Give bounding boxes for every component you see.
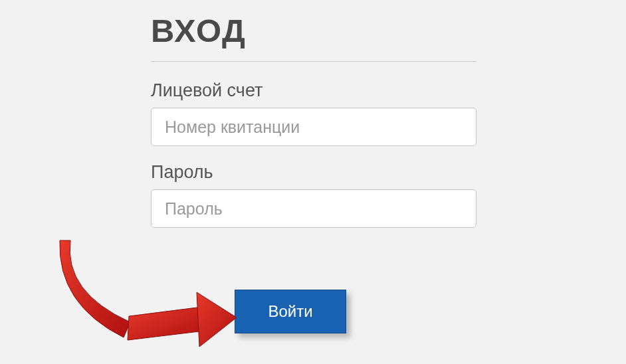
account-field-group: Лицевой счет	[151, 80, 476, 146]
password-field-group: Пароль	[151, 162, 476, 228]
account-input[interactable]	[151, 108, 476, 146]
login-form: ВХОД Лицевой счет Пароль	[151, 12, 476, 244]
password-input[interactable]	[151, 189, 476, 228]
password-label: Пароль	[151, 162, 476, 183]
account-label: Лицевой счет	[151, 80, 476, 101]
page-title: ВХОД	[151, 12, 476, 62]
arrow-annotation-icon	[57, 232, 243, 359]
login-button[interactable]: Войти	[235, 290, 346, 333]
